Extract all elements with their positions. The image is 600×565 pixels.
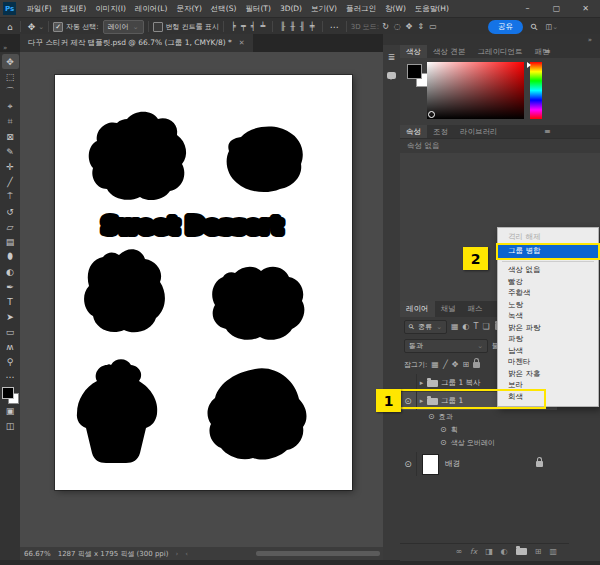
adjustment-layer-icon[interactable]: ◐ <box>501 547 508 556</box>
link-layers-icon[interactable]: ∞ <box>455 547 462 556</box>
comments-panel-icon[interactable] <box>387 72 396 79</box>
menu-item-red[interactable]: 빨강 <box>498 276 598 288</box>
menu-3d[interactable]: 3D(D) <box>275 4 306 13</box>
lasso-tool[interactable]: ⌒ <box>2 84 19 99</box>
toolbar-collapse-icon[interactable]: » <box>3 44 7 52</box>
tab-swatches[interactable]: 색상 견본 <box>427 45 471 58</box>
filter-pixel-icon[interactable]: ▦ <box>451 322 459 331</box>
status-expand-icon[interactable]: › <box>175 550 178 558</box>
workspace-switcher-icon[interactable]: ◫⌄ <box>546 23 559 31</box>
move-tool[interactable]: ✥ <box>2 54 19 69</box>
eraser-tool[interactable]: ▱ <box>2 219 19 234</box>
eye-icon[interactable]: ⊙ <box>400 452 417 476</box>
type-tool[interactable]: T <box>2 294 19 309</box>
lock-all-icon[interactable] <box>473 362 480 368</box>
marquee-tool[interactable]: ⬚ <box>2 69 19 84</box>
menu-image[interactable]: 이미지(I) <box>91 4 131 14</box>
screen-mode-icon[interactable]: ◫ <box>2 418 19 433</box>
move-tool-icon[interactable]: ✥ <box>25 22 39 32</box>
lock-artboard-icon[interactable]: ⊞ <box>462 360 469 369</box>
hue-slider-marker[interactable] <box>527 62 534 68</box>
auto-select-dropdown[interactable]: 레이어 ⌄ <box>103 20 144 34</box>
color-panel-menu-icon[interactable]: ≡ <box>544 45 551 58</box>
menu-filter[interactable]: 필터(T) <box>241 4 275 14</box>
3d-slide-icon[interactable]: ⇕ <box>418 22 425 31</box>
tab-patterns[interactable]: 패턴 <box>528 45 555 58</box>
more-options-icon[interactable]: ⋯ <box>327 22 342 32</box>
align-left-icon[interactable]: ╞ <box>231 22 236 31</box>
auto-select-checkbox[interactable]: ✓ <box>53 22 63 32</box>
foreground-color-chip[interactable] <box>407 64 422 79</box>
blur-tool[interactable]: ⬮ <box>2 249 19 264</box>
layer-filter-dropdown[interactable]: ⚲ 종류 ⌄ <box>404 320 447 334</box>
hand-tool[interactable]: ʍ <box>2 339 19 354</box>
share-button[interactable]: 공유 <box>488 20 523 34</box>
document-tab[interactable]: 다꾸 스티커 제작 탬플릿.psd @ 66.7% (그룹 1, CMYK/8)… <box>20 34 253 52</box>
menu-layer[interactable]: 레이어(L) <box>130 4 172 14</box>
tab-properties[interactable]: 속성 <box>400 125 427 138</box>
distribute-horizontal-icon[interactable]: ╪ <box>310 22 315 31</box>
lock-position-icon[interactable]: ✥ <box>452 360 459 369</box>
crop-tool[interactable]: ⌗ <box>2 114 19 129</box>
menu-item-green[interactable]: 녹색 <box>498 311 598 323</box>
quick-mask-icon[interactable]: ▣ <box>2 403 19 418</box>
menu-select[interactable]: 선택(S) <box>206 4 241 14</box>
close-button[interactable]: ✕ <box>571 0 600 17</box>
menu-file[interactable]: 파일(F) <box>22 4 56 14</box>
search-icon[interactable]: ⚲ <box>528 21 540 33</box>
shape-tool[interactable]: ▭ <box>2 324 19 339</box>
eye-icon[interactable]: ⊙ <box>440 438 447 447</box>
panels-collapse-icon[interactable]: » <box>588 36 592 44</box>
filter-shape-icon[interactable]: ❏ <box>482 322 489 331</box>
blend-mode-dropdown[interactable]: 통과 ⌄ <box>404 339 488 353</box>
menu-edit[interactable]: 편집(E) <box>56 4 91 14</box>
menu-item-blue[interactable]: 파랑 <box>498 334 598 346</box>
history-brush-tool[interactable]: ↺ <box>2 204 19 219</box>
frame-tool[interactable]: ⊠ <box>2 129 19 144</box>
align-right-icon[interactable]: ╡ <box>251 22 256 31</box>
layer-row-background[interactable]: ⊙ 배경 <box>400 452 557 476</box>
align-center-icon[interactable]: ╤ <box>241 22 246 31</box>
filter-type-icon[interactable]: T <box>474 322 479 331</box>
properties-panel-menu-icon[interactable]: ≡ <box>544 125 551 138</box>
tab-paths[interactable]: 패스 <box>462 301 489 317</box>
eyedropper-tool[interactable]: ✎ <box>2 144 19 159</box>
layer-thumbnail[interactable] <box>422 454 439 475</box>
move-tool-caret-icon[interactable]: ⌄ <box>38 23 44 31</box>
tab-libraries[interactable]: 라이브러리 <box>454 125 504 138</box>
distribute-center-icon[interactable]: ╫ <box>290 22 295 31</box>
menu-item-yellow[interactable]: 노랑 <box>498 299 598 311</box>
pen-tool[interactable]: ✒ <box>2 279 19 294</box>
object-selection-tool[interactable]: ⌖ <box>2 99 19 114</box>
menu-view[interactable]: 보기(V) <box>307 4 342 14</box>
saturation-brightness-field[interactable] <box>427 62 524 119</box>
color-picker-dot[interactable] <box>428 111 435 118</box>
healing-brush-tool[interactable]: ✛ <box>2 159 19 174</box>
align-bottom-icon[interactable]: ╧ <box>261 22 266 31</box>
eye-icon[interactable]: ⊙ <box>428 412 435 421</box>
clone-stamp-tool[interactable]: ⍑ <box>2 189 19 204</box>
menu-item-indigo[interactable]: 남색 <box>498 345 598 357</box>
distribute-top-icon[interactable]: ╟ <box>280 22 285 31</box>
new-group-icon[interactable] <box>516 548 527 555</box>
new-layer-icon[interactable]: ⊞ <box>535 547 542 556</box>
zoom-level[interactable]: 66.67% <box>24 550 51 558</box>
chevron-right-icon[interactable]: ▸ <box>417 379 426 387</box>
maximize-button[interactable]: ▢ <box>542 0 571 17</box>
menu-item-fuchsia[interactable]: 밝은 자홍 <box>498 368 598 380</box>
home-icon[interactable]: ⌂ <box>4 22 16 32</box>
brush-tool[interactable]: ╱ <box>2 174 19 189</box>
menu-type[interactable]: 문자(Y) <box>172 4 206 14</box>
layer-color-overlay-row[interactable]: ⊙ 색상 오버레이 <box>400 436 597 449</box>
delete-layer-icon[interactable]: ▥ <box>549 547 557 556</box>
menu-item-light-blue[interactable]: 밝은 파랑 <box>498 322 598 334</box>
layer-stroke-effect-row[interactable]: ⊙ 획 <box>400 423 597 436</box>
layer-mask-icon[interactable]: ◨ <box>485 547 493 556</box>
horizontal-scrollbar[interactable] <box>256 551 380 556</box>
filter-adjustment-icon[interactable]: ◐ <box>463 322 470 331</box>
menu-item-magenta[interactable]: 마젠타 <box>498 357 598 369</box>
tab-gradients[interactable]: 그레이디언트 <box>471 45 528 58</box>
distribute-bottom-icon[interactable]: ╢ <box>300 22 305 31</box>
menu-item-no-color[interactable]: 색상 없음 <box>498 265 598 277</box>
menu-item-orange[interactable]: 주황색 <box>498 288 598 300</box>
